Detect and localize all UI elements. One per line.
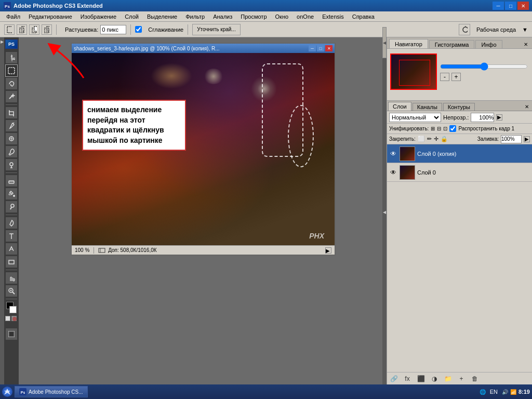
menu-layer[interactable]: Слой <box>121 12 143 21</box>
group-layers-btn[interactable]: 📁 <box>443 375 453 383</box>
tool-paintbucket[interactable] <box>5 188 18 200</box>
menu-window[interactable]: Окно <box>271 12 293 21</box>
tool-magic-wand[interactable] <box>5 90 18 103</box>
doc-maximize[interactable]: □ <box>317 45 324 51</box>
menu-image[interactable]: Изображение <box>76 12 121 21</box>
start-orb[interactable] <box>2 387 12 397</box>
layer-eye-base[interactable]: 👁 <box>389 168 397 177</box>
tab-channels[interactable]: Каналы <box>413 103 442 111</box>
canvas-image[interactable]: снимаем выделение перейдя на этот квадра… <box>72 53 335 245</box>
workspace-arrow[interactable]: ▼ <box>522 26 528 33</box>
opacity-input[interactable] <box>471 113 494 122</box>
tool-zoom[interactable] <box>5 285 18 297</box>
tool-marquee[interactable] <box>5 64 18 77</box>
layer-style-btn[interactable]: fx <box>403 375 412 383</box>
zoom-in-btn[interactable]: + <box>451 73 461 81</box>
tab-layers[interactable]: Слои <box>388 102 411 111</box>
top-panel-close[interactable]: ✕ <box>522 41 530 48</box>
quickmask-mode[interactable] <box>11 316 17 321</box>
tab-navigator[interactable]: Навигатор <box>389 39 428 48</box>
zoom-out-btn[interactable]: - <box>440 73 449 81</box>
menu-help[interactable]: Справка <box>348 12 379 21</box>
right-panel-collapse[interactable]: ◀ <box>382 27 387 58</box>
smooth-checkbox[interactable] <box>135 26 142 33</box>
tool-options-new-selection[interactable] <box>4 24 15 35</box>
brush-options-button[interactable] <box>459 24 470 35</box>
refine-edge-button[interactable]: Уточнить край... <box>192 24 240 35</box>
opacity-arrow[interactable]: ▶ <box>496 114 502 121</box>
tool-pen[interactable] <box>5 217 18 229</box>
menu-view[interactable]: Просмотр <box>236 12 271 21</box>
fill-input[interactable] <box>501 135 522 143</box>
workspace-label: Рабочая среда <box>476 26 516 33</box>
menu-extensis[interactable]: Extensis <box>318 12 348 21</box>
tool-clone[interactable] <box>5 158 18 171</box>
tool-hand[interactable] <box>5 272 18 284</box>
menu-file[interactable]: Файл <box>2 12 24 21</box>
navigator-thumbnail[interactable] <box>390 54 437 90</box>
lock-image[interactable]: ✏ <box>427 136 432 142</box>
lock-position[interactable]: ✛ <box>434 136 438 142</box>
tool-dodge[interactable] <box>5 201 18 213</box>
tool-lasso[interactable] <box>5 77 18 90</box>
menu-onone[interactable]: onOne <box>292 12 318 21</box>
document-titlebar[interactable]: shadows_series_3-harlequin.jpg @ 100% (С… <box>72 44 335 53</box>
document-content[interactable]: снимаем выделение перейдя на этот квадра… <box>72 53 335 245</box>
delete-layer-btn[interactable]: 🗑 <box>470 375 480 383</box>
tab-paths[interactable]: Контуры <box>443 103 475 111</box>
tool-options-add-selection[interactable] <box>17 24 27 35</box>
doc-minimize[interactable]: ─ <box>309 45 316 51</box>
left-panel-collapse[interactable]: ▶ <box>0 37 4 384</box>
fill-arrow[interactable]: ▶ <box>524 136 530 142</box>
tool-move[interactable] <box>5 51 18 64</box>
screen-mode[interactable] <box>5 328 18 340</box>
unify-visibility[interactable]: ⊡ <box>443 126 447 131</box>
tab-histogram[interactable]: Гистограмма <box>429 40 475 48</box>
maximize-button[interactable]: □ <box>505 2 516 10</box>
tool-brush[interactable] <box>5 145 18 158</box>
tool-crop[interactable] <box>5 107 18 119</box>
taskbar-ie-icon[interactable]: 🌐 <box>480 389 486 395</box>
scroll-right-arrow[interactable]: ▶ <box>325 247 331 254</box>
close-button[interactable]: ✕ <box>517 2 529 10</box>
tab-info[interactable]: Инфо <box>475 40 502 48</box>
navigator-view-box[interactable] <box>399 60 430 86</box>
menu-analysis[interactable]: Анализ <box>209 12 236 21</box>
tool-eraser[interactable] <box>5 175 18 187</box>
layers-panel-close[interactable]: ✕ <box>523 103 531 111</box>
menu-select[interactable]: Выделение <box>143 12 181 21</box>
standard-mode[interactable] <box>5 316 10 321</box>
tool-type[interactable] <box>5 230 18 242</box>
doc-close[interactable]: ✕ <box>325 45 332 51</box>
taskbar-speaker[interactable]: 🔊 <box>502 389 508 395</box>
adjustment-btn[interactable]: ◑ <box>430 375 439 383</box>
distribute-checkbox[interactable] <box>449 125 456 132</box>
link-layers-btn[interactable]: 🔗 <box>389 375 398 383</box>
new-layer-btn[interactable]: + <box>457 375 466 383</box>
layer-item-base[interactable]: 👁 Слой 0 <box>387 163 532 182</box>
tool-pathselect[interactable] <box>5 243 18 255</box>
layer-item-copy[interactable]: 👁 Слой 0 (копия) <box>387 144 532 163</box>
tool-healing[interactable] <box>5 132 18 145</box>
minimize-button[interactable]: ─ <box>493 2 504 10</box>
zoom-slider[interactable] <box>440 62 528 71</box>
language-indicator[interactable]: EN <box>488 388 500 396</box>
tool-options-subtract-selection[interactable] <box>29 24 39 35</box>
tool-shape[interactable] <box>5 256 18 268</box>
lock-transparent[interactable]: ⬜ <box>418 136 425 142</box>
taskbar-photoshop-btn[interactable]: Ps Adobe Photoshop CS... <box>15 386 88 397</box>
lock-all[interactable]: 🔒 <box>441 136 448 142</box>
blend-mode-select[interactable]: Нормальный <box>389 113 441 122</box>
unify-position[interactable]: ⊞ <box>431 126 435 131</box>
tool-options-intersect-selection[interactable] <box>42 24 52 35</box>
color-swatches[interactable] <box>5 302 18 314</box>
menu-edit[interactable]: Редактирование <box>24 12 76 21</box>
taskbar-network[interactable]: 📶 <box>510 389 516 395</box>
unify-style[interactable]: ⊟ <box>437 126 441 131</box>
feather-input[interactable] <box>100 25 126 34</box>
layer-eye-copy[interactable]: 👁 <box>389 150 397 158</box>
layer-mask-btn[interactable]: ⬛ <box>416 375 425 383</box>
tool-eyedropper[interactable] <box>5 119 18 132</box>
menu-filter[interactable]: Фильтр <box>181 12 209 21</box>
right-arrow[interactable]: ◀ <box>383 210 386 215</box>
